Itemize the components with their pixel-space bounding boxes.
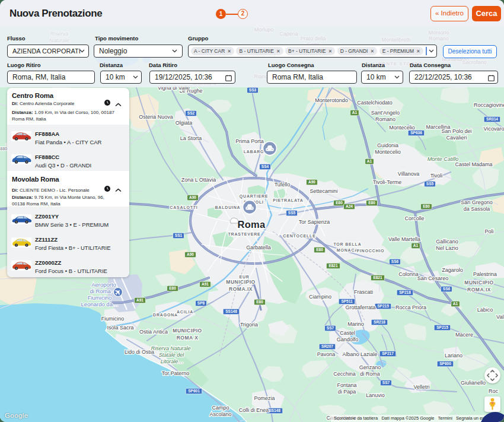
svg-text:E80: E80: [169, 286, 176, 290]
svg-text:PIETRALATA: PIETRALATA: [273, 198, 303, 202]
svg-text:Valm: Valm: [496, 314, 504, 320]
svg-text:Velletri: Velletri: [413, 384, 429, 390]
svg-text:E821: E821: [373, 275, 382, 280]
svg-text:Tor Paterno: Tor Paterno: [162, 370, 190, 376]
svg-text:San Cesareo: San Cesareo: [417, 275, 449, 281]
svg-text:E80: E80: [256, 300, 263, 304]
svg-text:E80: E80: [368, 201, 375, 205]
svg-text:di Roma: di Roma: [360, 371, 380, 377]
svg-text:A1: A1: [453, 302, 458, 306]
svg-text:Osteria Nuova: Osteria Nuova: [139, 114, 173, 120]
svg-text:Olgiata: Olgiata: [176, 120, 193, 126]
svg-text:A90: A90: [187, 252, 194, 256]
svg-text:Valle Martella: Valle Martella: [388, 236, 420, 242]
svg-text:Lido di Ostia: Lido di Ostia: [125, 349, 154, 355]
svg-text:Castel Madama: Castel Madama: [455, 161, 492, 167]
svg-text:SP511: SP511: [341, 299, 353, 303]
svg-text:Romano: Romano: [375, 116, 395, 122]
svg-text:da Sassola: da Sassola: [464, 206, 490, 212]
svg-text:A91: A91: [202, 282, 209, 286]
svg-text:Tor Sapienza: Tor Sapienza: [299, 219, 330, 225]
svg-text:A1: A1: [413, 243, 419, 248]
svg-text:ROMA.IX: ROMA.IX: [467, 287, 491, 293]
svg-text:Colonna: Colonna: [398, 271, 419, 277]
svg-text:Litorale…: Litorale…: [161, 358, 184, 364]
svg-text:Ostia Antica: Ostia Antica: [139, 329, 168, 335]
svg-text:CASALOTTI: CASALOTTI: [170, 205, 197, 210]
svg-text:Castelchiodato: Castelchiodato: [357, 100, 393, 106]
svg-text:Tivoli: Tivoli: [430, 173, 443, 179]
svg-text:Lariano: Lariano: [445, 353, 462, 358]
svg-text:Giulianello: Giulianello: [461, 380, 486, 386]
svg-text:SR314: SR314: [486, 117, 498, 121]
svg-text:di Papa: di Papa: [338, 389, 356, 395]
svg-text:Tivoli-Terme: Tivoli-Terme: [373, 179, 402, 185]
svg-text:Fiumicino: Fiumicino: [88, 294, 112, 301]
svg-text:Nel Lazio: Nel Lazio: [436, 245, 458, 251]
svg-text:Leonardo da…: Leonardo da…: [81, 301, 119, 307]
svg-text:Macere: Macere: [455, 332, 473, 338]
svg-text:Marino: Marino: [347, 321, 364, 327]
svg-text:SR218: SR218: [374, 320, 385, 324]
svg-text:TRASTEVERE: TRASTEVERE: [228, 232, 260, 236]
svg-text:Villanova: Villanova: [398, 171, 419, 177]
svg-text:di Roma -: di Roma -: [90, 288, 114, 294]
svg-text:La Storta: La Storta: [180, 135, 202, 141]
svg-text:-880: -880: [0, 147, 7, 151]
svg-text:E821: E821: [328, 264, 338, 268]
svg-text:Tufello: Tufello: [275, 182, 291, 188]
svg-text:CENTOCELLE: CENTOCELLE: [283, 234, 315, 238]
svg-text:Corcolle: Corcolle: [404, 215, 424, 221]
svg-text:EUR: EUR: [239, 275, 249, 279]
svg-text:Prima Porta: Prima Porta: [235, 138, 264, 144]
svg-text:SS148: SS148: [225, 309, 237, 313]
svg-text:A91: A91: [136, 298, 143, 302]
svg-text:Pomezia: Pomezia: [254, 395, 275, 401]
svg-text:Zagarolo: Zagarolo: [442, 267, 463, 273]
svg-text:BALDUINA: BALDUINA: [215, 205, 241, 210]
svg-text:SR207: SR207: [321, 344, 333, 348]
svg-text:Campo: Campo: [212, 405, 229, 411]
svg-text:Gallicano: Gallicano: [436, 239, 458, 245]
svg-text:SS5: SS5: [288, 211, 296, 215]
svg-text:Lanuvio: Lanuvio: [366, 392, 385, 398]
svg-text:A24: A24: [346, 204, 353, 208]
svg-text:Trigoria: Trigoria: [240, 322, 258, 328]
svg-text:LABARO: LABARO: [244, 150, 264, 154]
svg-text:SP215: SP215: [377, 304, 389, 308]
svg-text:E80: E80: [316, 248, 323, 252]
svg-text:San Polo dei: San Polo dei: [441, 128, 471, 134]
svg-text:Poli: Poli: [484, 229, 493, 234]
svg-text:Roccagiovine: Roccagiovine: [474, 102, 504, 108]
svg-text:Zona L Ottavia: Zona L Ottavia: [181, 177, 216, 183]
svg-text:SS4: SS4: [261, 164, 269, 169]
svg-text:A90: A90: [308, 180, 315, 184]
svg-text:Monterotondo: Monterotondo: [315, 97, 348, 103]
svg-text:Isola Sacra: Isola Sacra: [107, 325, 133, 331]
svg-text:Statale del: Statale del: [159, 352, 185, 358]
svg-text:Fontana: Fontana: [337, 382, 356, 388]
svg-text:Aeroporto: Aeroporto: [91, 281, 116, 288]
svg-text:Albano Laziale: Albano Laziale: [342, 351, 377, 357]
svg-text:Fiumicino: Fiumicino: [101, 316, 125, 322]
svg-text:MUNICIPIO: MUNICIPIO: [173, 328, 202, 334]
svg-text:Settecamini: Settecamini: [310, 188, 337, 194]
svg-text:Ciampino: Ciampino: [309, 294, 331, 300]
svg-text:Gandolfo: Gandolfo: [337, 337, 359, 342]
svg-text:Monte Catillo: Monte Catillo: [428, 156, 459, 162]
svg-text:TOR BELLA: TOR BELLA: [333, 242, 361, 246]
svg-text:Palestrina: Palestrina: [473, 271, 497, 277]
svg-text:Cecchina: Cecchina: [333, 371, 356, 377]
svg-text:SP8: SP8: [197, 301, 205, 305]
svg-text:Cavalieri: Cavalieri: [446, 135, 467, 141]
svg-text:ROMA.IX: ROMA.IX: [229, 286, 253, 292]
svg-text:Labico: Labico: [477, 307, 493, 313]
svg-text:A1: A1: [352, 110, 358, 115]
svg-text:SS6: SS6: [443, 287, 451, 291]
svg-text:Frascati: Frascati: [354, 289, 373, 295]
svg-text:Colli di Enea: Colli di Enea: [239, 407, 269, 413]
svg-text:E80: E80: [423, 204, 430, 208]
svg-text:Pavona: Pavona: [317, 351, 336, 357]
svg-text:QUARTIERE: QUARTIERE: [240, 194, 268, 199]
svg-text:SS148: SS148: [269, 408, 280, 413]
